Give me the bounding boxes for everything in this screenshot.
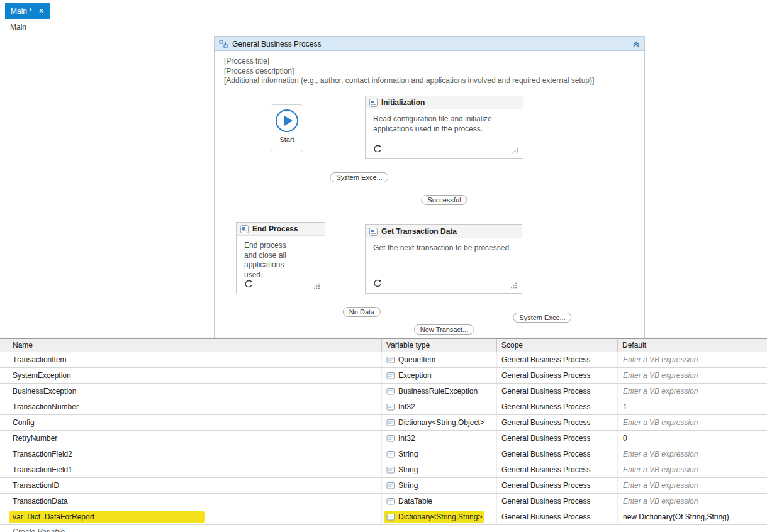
variable-default: 0	[623, 434, 627, 443]
variable-type-cell[interactable]: Dictionary<String,Object>	[382, 415, 497, 430]
variable-scope-cell[interactable]: General Business Process	[497, 431, 618, 446]
activity-header[interactable]: End Process	[237, 223, 325, 236]
variable-name-cell[interactable]: RetryNumber	[0, 431, 382, 446]
variable-name-cell[interactable]: var_Dict_DataForReport	[0, 509, 382, 524]
variable-type: Dictionary<String,Object>	[398, 418, 484, 427]
variable-row[interactable]: TransactionNumber Int32 General Business…	[0, 399, 767, 415]
variable-type-cell[interactable]: String	[382, 462, 497, 477]
variable-scope-cell[interactable]: General Business Process	[497, 446, 618, 462]
activity-header[interactable]: Get Transaction Data	[366, 225, 522, 238]
variable-scope-cell[interactable]: General Business Process	[497, 478, 618, 493]
variable-type-cell[interactable]: Dictionary<String,String>	[382, 509, 497, 524]
variable-name-cell[interactable]: TransactionField2	[0, 446, 382, 462]
variable-type-icon	[386, 497, 395, 506]
variable-default-cell[interactable]: Enter a VB expression	[618, 368, 767, 383]
variable-row[interactable]: SystemException Exception General Busine…	[0, 368, 767, 384]
type-wrap: BusinessRuleException	[384, 385, 480, 397]
variable-scope: General Business Process	[501, 513, 590, 521]
variable-name-cell[interactable]: TransactionItem	[0, 352, 382, 367]
activity-end-process[interactable]: End Process End process and close all ap…	[236, 222, 325, 294]
resize-grip-icon[interactable]	[313, 283, 320, 290]
type-wrap: String	[384, 448, 420, 460]
variable-name: TransactionNumber	[13, 402, 79, 411]
variable-scope-cell[interactable]: General Business Process	[497, 462, 618, 477]
variable-default-cell[interactable]: Enter a VB expression	[618, 478, 767, 493]
variable-scope-cell[interactable]: General Business Process	[497, 399, 618, 414]
container-header[interactable]: General Business Process	[215, 37, 644, 51]
resize-grip-icon[interactable]	[510, 282, 517, 289]
start-node[interactable]: Start	[271, 104, 303, 152]
variable-scope-cell[interactable]: General Business Process	[497, 368, 618, 383]
variable-type: String	[398, 481, 418, 490]
variable-name-cell[interactable]: TransactionNumber	[0, 399, 382, 414]
variable-name: Config	[13, 418, 35, 427]
variable-row[interactable]: BusinessException BusinessRuleException …	[0, 384, 767, 399]
variable-default-cell[interactable]: Enter a VB expression	[618, 384, 767, 399]
variable-scope: General Business Process	[501, 402, 590, 411]
variable-type-cell[interactable]: Int32	[382, 399, 497, 414]
variable-row[interactable]: TransactionID String General Business Pr…	[0, 478, 767, 494]
variable-row[interactable]: TransactionField1 String General Busines…	[0, 462, 767, 478]
variable-row[interactable]: RetryNumber Int32 General Business Proce…	[0, 431, 767, 446]
activity-get-transaction-data[interactable]: Get Transaction Data Get the next transa…	[365, 224, 522, 294]
create-variable[interactable]: Create Variable	[0, 525, 767, 532]
variable-default-cell[interactable]: 0	[618, 431, 767, 446]
workflow-canvas[interactable]: General Business Process [Process title]…	[0, 35, 767, 338]
variable-type-cell[interactable]: DataTable	[382, 494, 497, 509]
variable-scope-cell[interactable]: General Business Process	[497, 509, 618, 524]
variable-default-cell[interactable]: Enter a VB expression	[618, 352, 767, 367]
variable-type-icon	[386, 435, 395, 443]
collapse-icon[interactable]	[632, 40, 640, 48]
variable-type-cell[interactable]: BusinessRuleException	[382, 384, 497, 399]
variable-row[interactable]: TransactionData DataTable General Busine…	[0, 494, 767, 509]
variable-name-cell[interactable]: Config	[0, 415, 382, 430]
variable-scope: General Business Process	[501, 497, 590, 506]
variable-default-cell[interactable]: Enter a VB expression	[618, 462, 767, 477]
connector-label-system-exception-top[interactable]: System Exce...	[330, 172, 388, 182]
resize-grip-icon[interactable]	[512, 148, 518, 155]
breadcrumb[interactable]: Main	[10, 23, 26, 31]
variable-name-cell[interactable]: BusinessException	[0, 384, 382, 399]
variable-scope-cell[interactable]: General Business Process	[497, 494, 618, 509]
variable-scope-cell[interactable]: General Business Process	[497, 415, 618, 430]
variable-default: new Dictionary(Of String,String)	[623, 513, 729, 521]
variable-scope: General Business Process	[501, 355, 590, 364]
tab-main[interactable]: Main * ✕	[5, 3, 50, 19]
connector-label-no-data[interactable]: No Data	[343, 307, 381, 317]
variable-default-cell[interactable]: Enter a VB expression	[618, 494, 767, 509]
tab-close-icon[interactable]: ✕	[38, 8, 44, 14]
variable-default-cell[interactable]: 1	[618, 399, 767, 414]
refresh-icon	[373, 279, 382, 288]
activity-description: Get the next transaction to be processed…	[366, 238, 522, 258]
variable-default-cell[interactable]: Enter a VB expression	[618, 415, 767, 430]
variable-type-cell[interactable]: QueueItem	[382, 352, 497, 367]
variable-row[interactable]: Config Dictionary<String,Object> General…	[0, 415, 767, 431]
activity-header[interactable]: Initialization	[366, 96, 523, 109]
type-wrap: Dictionary<String,Object>	[384, 417, 487, 428]
variable-name-cell[interactable]: TransactionID	[0, 478, 382, 493]
connector-label-system-exception-right[interactable]: System Exce...	[513, 313, 571, 323]
variable-name-cell[interactable]: TransactionData	[0, 494, 382, 509]
container-title: General Business Process	[232, 40, 321, 48]
variable-type-cell[interactable]: String	[382, 446, 497, 462]
variable-scope-cell[interactable]: General Business Process	[497, 352, 618, 367]
start-play-icon	[274, 108, 300, 133]
variable-type-cell[interactable]: String	[382, 478, 497, 493]
variable-type-cell[interactable]: Exception	[382, 368, 497, 383]
connector-label-successful[interactable]: Successful	[421, 195, 467, 205]
variable-row[interactable]: TransactionField2 String General Busines…	[0, 446, 767, 462]
variable-default-cell[interactable]: Enter a VB expression	[618, 446, 767, 462]
type-wrap: DataTable	[384, 496, 435, 507]
variable-name-cell[interactable]: SystemException	[0, 368, 382, 383]
connector-label-new-transaction[interactable]: New Transact...	[414, 324, 474, 335]
activity-initialization[interactable]: Initialization Read configuration file a…	[365, 96, 523, 159]
variable-row[interactable]: var_Dict_DataForReport Dictionary<String…	[0, 509, 767, 525]
variable-type-cell[interactable]: Int32	[382, 431, 497, 446]
variable-default-cell[interactable]: new Dictionary(Of String,String)	[618, 509, 767, 524]
variable-scope-cell[interactable]: General Business Process	[497, 384, 618, 399]
variable-type: String	[398, 465, 418, 474]
variable-row[interactable]: TransactionItem QueueItem General Busine…	[0, 352, 767, 368]
variable-type: QueueItem	[398, 355, 435, 364]
variable-name-cell[interactable]: TransactionField1	[0, 462, 382, 477]
type-wrap: Int32	[384, 433, 418, 444]
